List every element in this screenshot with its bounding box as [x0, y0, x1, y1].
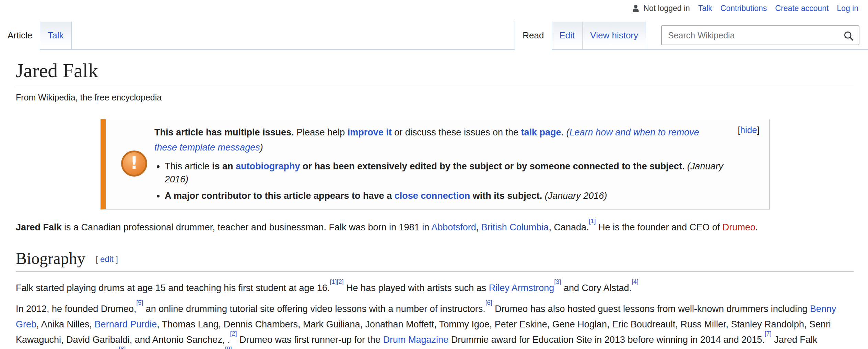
- biography-paragraph-2: In 2012, he founded Drumeo,[5] an online…: [16, 301, 854, 349]
- reference-marker: [2]: [230, 330, 237, 337]
- wiki-link[interactable]: autobiography: [236, 161, 300, 171]
- login-status: Not logged in: [631, 4, 690, 13]
- text-run: .: [755, 222, 758, 232]
- text-run: , Canada.: [549, 222, 589, 232]
- wiki-link[interactable]: Abbotsford: [431, 222, 476, 232]
- reference-link[interactable]: [8]: [119, 346, 126, 349]
- section-heading-text: Biography: [16, 249, 85, 267]
- text-run: Drumeo was first runner-up for the: [237, 335, 383, 345]
- text-run: Jared Falk: [16, 222, 62, 232]
- reference-marker: [5]: [136, 299, 143, 306]
- article-issues-box: This article has multiple issues. Please…: [101, 119, 770, 209]
- reference-marker: [2]: [337, 278, 344, 285]
- page-tab-bar: Article Talk Read Edit View history: [0, 21, 868, 50]
- ambox-icon-cell: [114, 151, 154, 177]
- text-run: This article: [165, 161, 212, 171]
- page-title: Jared Falk: [16, 59, 854, 87]
- login-status-label: Not logged in: [643, 4, 690, 13]
- text-run: with its subject.: [470, 191, 542, 201]
- article-content: Jared Falk From Wikipedia, the free ency…: [0, 59, 868, 349]
- search-input[interactable]: [662, 31, 859, 40]
- text-run: Drumeo has also hosted guest lessons fro…: [492, 304, 810, 314]
- personal-link-log-in[interactable]: Log in: [837, 4, 858, 13]
- text-run: (: [566, 127, 570, 137]
- text-run: , Anika Nilles,: [36, 319, 95, 329]
- tab-article[interactable]: Article: [0, 21, 40, 50]
- text-run: In 2012, he founded Drumeo,: [16, 304, 136, 314]
- edit-bracket-open: [: [96, 254, 100, 264]
- personal-link-create-account[interactable]: Create account: [775, 4, 829, 13]
- text-run: ]: [757, 125, 760, 135]
- reference-link[interactable]: [2]: [337, 278, 344, 285]
- tab-article-label: Article: [8, 30, 32, 41]
- text-run: is a Canadian professional drummer, teac…: [62, 222, 432, 232]
- text-run: Falk started playing drums at age 15 and…: [16, 283, 330, 293]
- reference-link[interactable]: [5]: [136, 299, 143, 306]
- tab-talk-label: Talk: [48, 30, 63, 41]
- text-run: or discuss these issues on the: [392, 127, 521, 137]
- text-run: an online drumming tutorial site offerin…: [143, 304, 485, 314]
- reference-link[interactable]: [4]: [632, 278, 638, 285]
- issue-item-autobiography: This article is an autobiography or has …: [165, 160, 748, 186]
- text-run: He is the founder and CEO of: [596, 222, 722, 232]
- wiki-link[interactable]: British Columbia: [481, 222, 549, 232]
- warning-exclamation-icon: [121, 151, 147, 177]
- text-run: .: [682, 161, 687, 171]
- namespace-tabs: Article Talk: [0, 21, 72, 49]
- search-box: [661, 25, 859, 45]
- reference-link[interactable]: [3]: [554, 278, 561, 285]
- view-tabs: Read Edit View history: [515, 21, 646, 49]
- text-run: ): [260, 142, 263, 153]
- reference-link[interactable]: [2]: [230, 330, 237, 337]
- search-icon[interactable]: [843, 30, 855, 42]
- tab-view-history[interactable]: View history: [582, 22, 646, 49]
- reference-marker: [4]: [632, 278, 638, 285]
- text-run: is an: [212, 161, 236, 171]
- text-run: This article has multiple issues.: [154, 127, 294, 137]
- reference-link[interactable]: [1]: [589, 218, 596, 225]
- personal-link-talk[interactable]: Talk: [698, 4, 712, 13]
- reference-link[interactable]: [7]: [765, 330, 772, 337]
- personal-bar: Not logged in Talk Contributions Create …: [0, 0, 868, 15]
- tab-edit[interactable]: Edit: [552, 22, 583, 49]
- wiki-link[interactable]: close connection: [395, 191, 470, 201]
- tab-read-label: Read: [523, 30, 544, 41]
- tab-edit-label: Edit: [560, 30, 575, 41]
- text-run: .: [561, 127, 566, 137]
- text-run: [542, 191, 545, 201]
- text-run: Please help: [294, 127, 348, 137]
- view-tabs-and-search: Read Edit View history: [515, 21, 868, 49]
- reference-link[interactable]: [9]: [225, 346, 232, 349]
- wiki-link[interactable]: hide: [740, 125, 757, 135]
- tab-view-history-label: View history: [590, 30, 638, 41]
- ambox-text: This article has multiple issues. Please…: [154, 125, 760, 202]
- edit-section-link[interactable]: edit: [100, 254, 114, 264]
- text-run: [: [738, 125, 740, 135]
- reference-marker: [8]: [119, 346, 126, 349]
- text-run: ,: [476, 222, 481, 232]
- wiki-link[interactable]: Riley Armstrong: [489, 283, 554, 293]
- wiki-link[interactable]: Drum Magazine: [383, 335, 449, 345]
- wiki-link[interactable]: Bernard Purdie: [95, 319, 157, 329]
- text-run: and Cory Alstad.: [561, 283, 632, 293]
- biography-paragraph-1: Falk started playing drums at age 15 and…: [16, 280, 854, 296]
- edit-section: [ edit ]: [96, 254, 118, 264]
- reference-link[interactable]: [6]: [485, 299, 492, 306]
- section-heading-biography: Biography [ edit ]: [16, 249, 854, 272]
- issue-item-close-connection: A major contributor to this article appe…: [165, 189, 748, 202]
- personal-link-contributions[interactable]: Contributions: [720, 4, 767, 13]
- wiki-link[interactable]: improve it: [348, 127, 392, 137]
- edit-bracket-close: ]: [114, 254, 118, 264]
- reference-link[interactable]: [1]: [330, 278, 337, 285]
- reference-marker: [6]: [485, 299, 492, 306]
- tab-read[interactable]: Read: [515, 21, 551, 50]
- ambox-header: This article has multiple issues. Please…: [154, 125, 760, 155]
- text-run: or has been extensively edited by the su…: [300, 161, 682, 171]
- wiki-link[interactable]: talk page: [521, 127, 561, 137]
- user-icon: [631, 4, 640, 13]
- reference-marker: [1]: [330, 278, 337, 285]
- red-link[interactable]: Drumeo: [723, 222, 755, 232]
- hide-button[interactable]: [hide]: [738, 125, 760, 135]
- reference-marker: [1]: [589, 218, 596, 225]
- tab-talk[interactable]: Talk: [40, 22, 71, 49]
